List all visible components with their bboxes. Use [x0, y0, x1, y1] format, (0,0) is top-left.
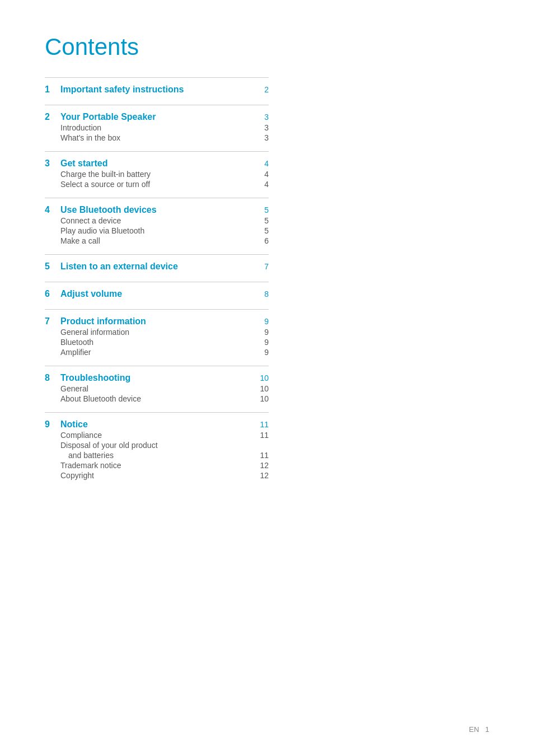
- toc-section: 9Notice11Compliance11Disposal of your ol…: [45, 412, 269, 489]
- toc-section-title: Use Bluetooth devices: [60, 205, 157, 215]
- toc-section-page: 4: [255, 159, 269, 168]
- toc-section-page: 11: [255, 420, 269, 429]
- toc-section-title: Get started: [60, 158, 107, 169]
- toc-sub-title: General: [60, 384, 88, 393]
- toc-sub-page: 4: [255, 180, 269, 189]
- toc-sub-page: 11: [255, 451, 269, 460]
- toc-sub-page: 4: [255, 170, 269, 179]
- toc-sub-row: General information9: [60, 328, 269, 337]
- toc-sub-title: Charge the built-in battery: [60, 170, 151, 179]
- toc-sub-row: Play audio via Bluetooth5: [60, 226, 269, 235]
- toc-section-number: 9: [45, 419, 55, 430]
- toc-sub-title: Compliance: [60, 431, 102, 440]
- toc-table: 1Important safety instructions22Your Por…: [45, 77, 269, 489]
- toc-sub-row: Charge the built-in battery4: [60, 170, 269, 179]
- toc-sub-page: 9: [255, 328, 269, 337]
- page-title: Contents: [45, 34, 489, 60]
- toc-sub-title: and batteries: [60, 451, 114, 460]
- toc-sub-title: Disposal of your old product: [60, 441, 158, 450]
- toc-sub-page: 9: [255, 348, 269, 357]
- toc-main-row: 8Troubleshooting10: [45, 373, 269, 383]
- toc-section-page: 7: [255, 262, 269, 271]
- toc-section: 4Use Bluetooth devices5Connect a device5…: [45, 198, 269, 254]
- toc-sub-title: Bluetooth: [60, 338, 93, 347]
- toc-sub-page: 6: [255, 236, 269, 245]
- footer-page: 1: [485, 725, 489, 734]
- toc-sub-row: About Bluetooth device10: [60, 394, 269, 403]
- toc-section-page: 2: [255, 85, 269, 94]
- toc-section-number: 8: [45, 373, 55, 383]
- toc-section-number: 3: [45, 158, 55, 169]
- toc-sub-page: 10: [255, 384, 269, 393]
- toc-sub-title: About Bluetooth device: [60, 394, 141, 403]
- toc-sub-page: 9: [255, 338, 269, 347]
- toc-sub-title: Trademark notice: [60, 461, 121, 470]
- toc-subsections: General10About Bluetooth device10: [45, 384, 269, 403]
- toc-main-row: 9Notice11: [45, 419, 269, 430]
- toc-section-title: Troubleshooting: [60, 373, 130, 383]
- toc-section-number: 4: [45, 205, 55, 215]
- toc-sub-page: 11: [255, 431, 269, 440]
- toc-section-number: 7: [45, 316, 55, 326]
- toc-section-number: 2: [45, 112, 55, 122]
- toc-sub-page: 3: [255, 123, 269, 132]
- footer-lang: EN: [469, 725, 479, 734]
- toc-section: 2Your Portable Speaker3Introduction3What…: [45, 105, 269, 151]
- toc-sub-page: 12: [255, 471, 269, 480]
- toc-section: 7Product information9General information…: [45, 309, 269, 366]
- toc-main-row: 5Listen to an external device7: [45, 262, 269, 272]
- toc-sub-page: 3: [255, 133, 269, 142]
- toc-section-page: 3: [255, 113, 269, 122]
- toc-sub-page: 10: [255, 394, 269, 403]
- toc-sub-page: 5: [255, 216, 269, 225]
- toc-sub-row: Connect a device5: [60, 216, 269, 225]
- toc-section-page: 10: [255, 374, 269, 382]
- toc-sub-title: General information: [60, 328, 129, 337]
- toc-subsections: General information9Bluetooth9Amplifier9: [45, 328, 269, 357]
- toc-section-page: 9: [255, 317, 269, 326]
- footer: EN 1: [469, 725, 489, 734]
- toc-sub-row: General10: [60, 384, 269, 393]
- toc-sub-title: Select a source or turn off: [60, 180, 150, 189]
- toc-sub-row: Trademark notice12: [60, 461, 269, 470]
- toc-section-title: Your Portable Speaker: [60, 112, 156, 122]
- toc-sub-row: Make a call6: [60, 236, 269, 245]
- toc-section: 3Get started4Charge the built-in battery…: [45, 151, 269, 198]
- toc-sub-row: Amplifier9: [60, 348, 269, 357]
- toc-main-row: 6Adjust volume8: [45, 289, 269, 299]
- toc-sub-row: What's in the box3: [60, 133, 269, 142]
- toc-section-number: 6: [45, 289, 55, 299]
- toc-sub-title: Introduction: [60, 123, 101, 132]
- toc-sub-title: Amplifier: [60, 348, 91, 357]
- toc-section: 1Important safety instructions2: [45, 77, 269, 105]
- toc-sub-title: What's in the box: [60, 133, 120, 142]
- toc-section-number: 1: [45, 85, 55, 95]
- toc-main-row: 2Your Portable Speaker3: [45, 112, 269, 122]
- toc-sub-title: Connect a device: [60, 216, 121, 225]
- toc-main-row: 1Important safety instructions2: [45, 85, 269, 95]
- toc-subsections: Compliance11Disposal of your old product…: [45, 431, 269, 480]
- toc-section-page: 8: [255, 290, 269, 298]
- toc-section: 5Listen to an external device7: [45, 254, 269, 282]
- toc-sub-page: 12: [255, 461, 269, 470]
- toc-main-row: 4Use Bluetooth devices5: [45, 205, 269, 215]
- toc-subsections: Introduction3What's in the box3: [45, 123, 269, 142]
- toc-sub-row: and batteries11: [60, 451, 269, 460]
- toc-main-row: 7Product information9: [45, 316, 269, 326]
- toc-sub-page: 5: [255, 226, 269, 235]
- toc-main-row: 3Get started4: [45, 158, 269, 169]
- toc-section: 8Troubleshooting10General10About Bluetoo…: [45, 366, 269, 412]
- toc-section-number: 5: [45, 262, 55, 272]
- toc-section-title: Product information: [60, 316, 146, 326]
- toc-sub-row: Disposal of your old product: [60, 441, 269, 450]
- toc-sub-row: Bluetooth9: [60, 338, 269, 347]
- toc-subsections: Charge the built-in battery4Select a sou…: [45, 170, 269, 189]
- toc-section-title: Adjust volume: [60, 289, 122, 299]
- toc-section-page: 5: [255, 206, 269, 214]
- toc-section-title: Listen to an external device: [60, 262, 178, 272]
- toc-section-title: Notice: [60, 419, 88, 430]
- toc-sub-title: Play audio via Bluetooth: [60, 226, 144, 235]
- toc-sub-title: Copyright: [60, 471, 94, 480]
- toc-sub-row: Introduction3: [60, 123, 269, 132]
- toc-sub-row: Copyright12: [60, 471, 269, 480]
